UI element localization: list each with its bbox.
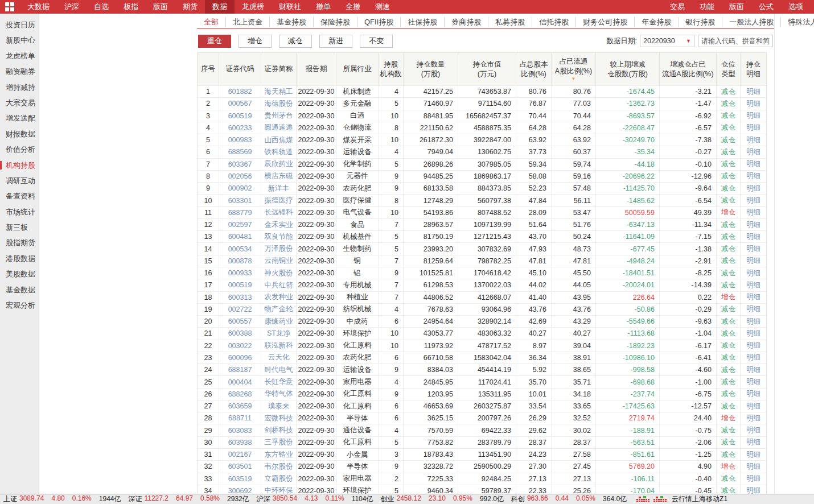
sidebar-item-调研互动[interactable]: 调研互动 xyxy=(0,173,39,188)
cell-name[interactable]: 韦尔股份 xyxy=(261,461,297,472)
cell-name[interactable]: 横店东磁 xyxy=(261,171,297,182)
top-menu-item-财联社[interactable]: 财联社 xyxy=(272,0,309,14)
top-menu-item-版面[interactable]: 版面 xyxy=(722,0,751,14)
column-header[interactable]: 序号 xyxy=(198,53,219,85)
cell-name[interactable]: 圆通速递 xyxy=(261,122,297,134)
cell-name[interactable]: 山西焦煤 xyxy=(261,134,297,146)
sort-desc-icon[interactable]: ▼ xyxy=(572,77,576,81)
cell-name[interactable]: 新洋丰 xyxy=(261,183,297,194)
cell-name[interactable]: 时代电气 xyxy=(261,364,297,375)
cell-code[interactable]: 603938 xyxy=(219,437,261,448)
cell-detail-link[interactable]: 明细 xyxy=(741,328,766,339)
top-menu-item-龙虎榜[interactable]: 龙虎榜 xyxy=(235,0,272,14)
cell-name[interactable]: 长远锂科 xyxy=(261,207,297,218)
cell-name[interactable]: 物产金轮 xyxy=(261,304,297,315)
sidebar-item-大宗交易[interactable]: 大宗交易 xyxy=(0,95,39,110)
cell-detail-link[interactable]: 明细 xyxy=(741,424,766,436)
column-header[interactable]: 证券简称 xyxy=(261,53,297,85)
sidebar-item-市场统计[interactable]: 市场统计 xyxy=(0,204,39,220)
cell-detail-link[interactable]: 明细 xyxy=(741,195,766,206)
cell-detail-link[interactable]: 明细 xyxy=(741,400,766,412)
cell-code[interactable]: 003022 xyxy=(219,340,261,352)
cell-detail-link[interactable]: 明细 xyxy=(741,437,766,448)
filter-button-增仓[interactable]: 增仓 xyxy=(239,35,272,48)
column-header[interactable]: 仓位 类型 xyxy=(717,53,741,85)
cell-code[interactable]: 600096 xyxy=(219,352,261,363)
top-menu-item-撤单[interactable]: 撤单 xyxy=(309,0,338,14)
cell-detail-link[interactable]: 明细 xyxy=(741,255,766,267)
column-header[interactable]: 增减仓占已 流通A股比例(%) xyxy=(660,53,717,85)
cell-code[interactable]: 000902 xyxy=(219,183,261,194)
cell-name[interactable]: 东方锆业 xyxy=(261,449,297,460)
cell-name[interactable]: 辰欣药业 xyxy=(261,159,297,170)
column-header[interactable]: 占总股本 比例(%) xyxy=(516,53,552,85)
cell-name[interactable]: 铁科轨道 xyxy=(261,146,297,158)
column-header[interactable]: 持仓数量 (万股) xyxy=(404,53,458,85)
cell-name[interactable]: 贵州茅台 xyxy=(261,110,297,122)
top-menu-item-全撤[interactable]: 全撤 xyxy=(338,0,368,14)
tab-券商持股[interactable]: 券商持股 xyxy=(445,17,488,27)
cell-detail-link[interactable]: 明细 xyxy=(741,461,766,472)
cell-code[interactable]: 000933 xyxy=(219,267,261,279)
top-menu-item-沪深[interactable]: 沪深 xyxy=(57,0,87,14)
cell-name[interactable]: 云天化 xyxy=(261,352,297,363)
cell-code[interactable]: 601882 xyxy=(219,86,261,97)
sidebar-item-备查资料[interactable]: 备查资料 xyxy=(0,188,39,204)
sidebar-item-财报数据[interactable]: 财报数据 xyxy=(0,126,39,142)
filter-button-重仓[interactable]: 重仓 xyxy=(198,35,231,48)
tab-保险持股[interactable]: 保险持股 xyxy=(314,17,357,27)
cell-code[interactable]: 603519 xyxy=(219,473,261,485)
column-header[interactable]: 较上期增减 仓股数(万股) xyxy=(596,53,660,85)
tab-全部[interactable]: 全部 xyxy=(197,17,226,27)
cell-name[interactable]: ST龙净 xyxy=(261,328,297,339)
cell-name[interactable]: 云南铜业 xyxy=(261,255,297,267)
cell-name[interactable]: 中兵红箭 xyxy=(261,279,297,291)
cell-detail-link[interactable]: 明细 xyxy=(741,171,766,182)
cell-detail-link[interactable]: 明细 xyxy=(741,279,766,291)
cell-detail-link[interactable]: 明细 xyxy=(741,292,766,303)
cell-detail-link[interactable]: 明细 xyxy=(741,134,766,146)
tab-QFII持股[interactable]: QFII持股 xyxy=(357,17,401,27)
column-header[interactable]: 持仓市值 (万元) xyxy=(458,53,516,85)
cell-name[interactable]: 璞泰来 xyxy=(261,400,297,412)
cell-detail-link[interactable]: 明细 xyxy=(741,376,766,387)
cell-code[interactable]: 002722 xyxy=(219,304,261,315)
cell-detail-link[interactable]: 明细 xyxy=(741,352,766,363)
cell-detail-link[interactable]: 明细 xyxy=(741,243,766,254)
tab-私募持股[interactable]: 私募持股 xyxy=(488,17,532,27)
cell-code[interactable]: 002167 xyxy=(219,449,261,460)
cell-code[interactable]: 688268 xyxy=(219,389,261,400)
cell-name[interactable]: 康缘药业 xyxy=(261,316,297,327)
sidebar-item-美股数据[interactable]: 美股数据 xyxy=(0,266,39,282)
cell-code[interactable]: 600557 xyxy=(219,316,261,327)
sidebar-item-新股中心[interactable]: 新股中心 xyxy=(0,32,39,48)
cell-name[interactable]: 剑桥科技 xyxy=(261,424,297,436)
date-select[interactable]: 20220930 ▼ xyxy=(640,35,694,47)
tab-银行持股[interactable]: 银行持股 xyxy=(679,17,722,27)
cell-detail-link[interactable]: 明细 xyxy=(741,389,766,400)
sidebar-item-股指期货[interactable]: 股指期货 xyxy=(0,235,39,250)
cell-code[interactable]: 603659 xyxy=(219,400,261,412)
cell-name[interactable]: 金禾实业 xyxy=(261,219,297,230)
cell-name[interactable]: 神火股份 xyxy=(261,267,297,279)
column-header[interactable]: 持股 机构数 xyxy=(379,53,404,85)
cell-code[interactable]: 603367 xyxy=(219,159,261,170)
cell-code[interactable]: 002056 xyxy=(219,171,261,182)
tab-年金持股[interactable]: 年金持股 xyxy=(635,17,679,27)
top-menu-item-期货[interactable]: 期货 xyxy=(175,0,205,14)
cell-detail-link[interactable]: 明细 xyxy=(741,449,766,460)
top-menu-item-功能[interactable]: 功能 xyxy=(692,0,722,14)
cell-detail-link[interactable]: 明细 xyxy=(741,207,766,218)
tab-北上资金[interactable]: 北上资金 xyxy=(226,17,270,27)
top-menu-item-数据[interactable]: 数据 xyxy=(205,0,235,14)
cell-code[interactable]: 600313 xyxy=(219,292,261,303)
column-header[interactable]: 持仓 明细 xyxy=(741,53,766,85)
cell-name[interactable]: 华特气体 xyxy=(261,389,297,400)
cell-name[interactable]: 长虹华意 xyxy=(261,376,297,387)
filter-button-减仓[interactable]: 减仓 xyxy=(279,35,312,48)
cell-detail-link[interactable]: 明细 xyxy=(741,267,766,279)
sidebar-item-融资融券[interactable]: 融资融券 xyxy=(0,64,39,79)
sidebar-item-机构持股[interactable]: 机构持股 xyxy=(0,158,39,173)
cell-code[interactable]: 688779 xyxy=(219,207,261,218)
sidebar-item-港股数据[interactable]: 港股数据 xyxy=(0,251,39,266)
